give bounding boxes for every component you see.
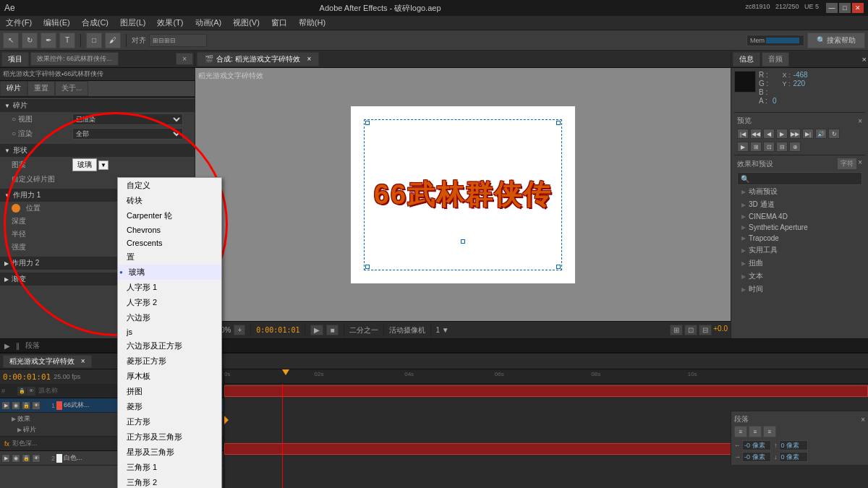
tab-about[interactable]: 关于...	[55, 81, 88, 96]
prev-step-back[interactable]: ◀	[763, 129, 775, 139]
tab-effects-control[interactable]: 效果控件: 66武林群侠传...	[30, 52, 119, 66]
tool-rotation[interactable]: ↻	[22, 33, 38, 48]
effect-animation-presets[interactable]: ▶ 动画预设	[737, 185, 862, 198]
margin-right-val[interactable]: -0 像素	[742, 452, 771, 462]
keyframe-1-end[interactable]	[224, 416, 229, 424]
close-button[interactable]: ✕	[852, 3, 864, 13]
effects-char-tab[interactable]: 字符	[838, 158, 856, 169]
dd-brick[interactable]: 砖块	[118, 193, 221, 208]
prev-first[interactable]: |◀	[737, 129, 749, 139]
timecode-display[interactable]: 0:00:01:01	[256, 326, 299, 334]
margin-left-val[interactable]: -0 像素	[742, 440, 771, 450]
dd-crescents[interactable]: Crescents	[118, 236, 221, 249]
align-left[interactable]: ≡	[734, 426, 747, 437]
layer-lock-2[interactable]: 🔒	[22, 454, 30, 463]
tab-comp-main[interactable]: 🎬 合成: 稻光游戏文字碎特效 ×	[197, 52, 319, 67]
effect-3d-channel[interactable]: ▶ 3D 通道	[737, 198, 862, 211]
dd-tri2[interactable]: 三角形 2	[118, 475, 221, 488]
dd-custom[interactable]: 自定义	[118, 178, 221, 193]
prev-step-fwd[interactable]: ▶▶	[789, 129, 801, 139]
prev-fps[interactable]: ▶	[737, 142, 749, 152]
layer-solo-2[interactable]: ◉	[12, 454, 20, 463]
pattern-value[interactable]: 玻璃	[72, 158, 97, 171]
comp-tab-close[interactable]: ×	[307, 55, 312, 63]
dd-herringbone2[interactable]: 人字形 2	[118, 295, 221, 310]
play-button[interactable]: ▶	[310, 325, 323, 335]
fx-label[interactable]: fx	[4, 440, 9, 448]
right-panel-close[interactable]: ×	[862, 55, 867, 64]
viewer-btn-1[interactable]: ⊞	[670, 325, 683, 335]
prev-opt3[interactable]: ⊟	[776, 142, 788, 152]
prop-header-shatter[interactable]: 碎片	[0, 99, 195, 112]
prop-header-shape[interactable]: 形状	[0, 144, 195, 157]
dd-carpenter[interactable]: Carpenter 轮	[118, 208, 221, 223]
layer-expand-2[interactable]: ▶	[1, 454, 10, 463]
status-play[interactable]: ▶	[4, 342, 10, 350]
pattern-dropdown-btn[interactable]: ▼	[98, 160, 109, 170]
dd-chevrons[interactable]: Chevrons	[118, 223, 221, 236]
effects-search-input[interactable]	[737, 172, 862, 185]
menu-edit[interactable]: 编辑(E)	[41, 17, 73, 28]
tab-close[interactable]: ×	[176, 53, 193, 65]
effect-utility[interactable]: ▶ 实用工具	[737, 244, 862, 257]
minimize-button[interactable]: —	[826, 3, 838, 13]
effect-cinema4d[interactable]: ▶ CINEMA 4D	[737, 211, 862, 222]
preview-close[interactable]: ×	[858, 117, 862, 125]
prev-opt2[interactable]: ⊡	[763, 142, 775, 152]
search-button[interactable]: 🔍 搜索帮助	[807, 33, 865, 48]
tl-tab-close[interactable]: ×	[81, 357, 85, 365]
dd-star-tri[interactable]: 星形及三角形	[118, 445, 221, 460]
menu-animation[interactable]: 动画(A)	[192, 17, 225, 28]
prev-back[interactable]: ◀◀	[750, 129, 762, 139]
menu-layer[interactable]: 图层(L)	[117, 17, 148, 28]
dd-sq-tri[interactable]: 正方形及三角形	[118, 429, 221, 445]
effect-distort[interactable]: ▶ 扭曲	[737, 257, 862, 270]
tool-select[interactable]: ↖	[3, 33, 19, 48]
status-pause[interactable]: ∥	[16, 342, 20, 350]
dd-puzzle[interactable]: 拼图	[118, 384, 221, 399]
menu-composition[interactable]: 合成(C)	[79, 17, 111, 28]
effect-text[interactable]: ▶ 文本	[737, 270, 862, 283]
dd-square[interactable]: 正方形	[118, 414, 221, 429]
dd-place[interactable]: 置	[118, 249, 221, 265]
tab-shatter[interactable]: 碎片	[0, 81, 27, 96]
breadcrumb-comp[interactable]: 稻光游戏文字碎特效	[3, 69, 61, 79]
dd-herringbone1[interactable]: 人字形 1	[118, 280, 221, 295]
viewer-btn-3[interactable]: ⊟	[699, 325, 712, 335]
resolution-label[interactable]: 二分之一	[349, 325, 378, 335]
render-select[interactable]: 全部	[72, 128, 183, 140]
dd-js[interactable]: js	[118, 325, 221, 338]
layer-vis-1[interactable]: 👁	[32, 401, 41, 410]
tool-pen[interactable]: ✒	[41, 33, 56, 48]
tab-reset[interactable]: 重置	[27, 81, 55, 96]
timeline-bar-layer1[interactable]	[224, 385, 868, 397]
stop-button[interactable]: ■	[326, 325, 338, 335]
dd-tri1[interactable]: 三角形 1	[118, 460, 221, 475]
menu-view[interactable]: 视图(V)	[230, 17, 263, 28]
space-after-val[interactable]: 0 像素	[779, 452, 808, 462]
effect-time[interactable]: ▶ 时间	[737, 283, 862, 296]
viewer-btn-2[interactable]: ⊡	[684, 325, 697, 335]
timeline-tab-main[interactable]: 稻光游戏文字碎特效 ×	[3, 355, 92, 368]
tl-timecode-display[interactable]: 0:00:01:01	[3, 372, 51, 382]
prev-audio[interactable]: 🔊	[815, 129, 827, 139]
menu-help[interactable]: 帮助(H)	[296, 17, 328, 28]
layer-solo-1[interactable]: ◉	[12, 401, 20, 410]
view-select[interactable]: 已渲染	[72, 114, 183, 125]
effect-synthetic-aperture[interactable]: ▶ Synthetic Aperture	[737, 222, 862, 233]
comp-viewer[interactable]: 稻光游戏文字碎特效 66武林群侠传	[195, 68, 731, 321]
zoom-in-button[interactable]: +	[234, 325, 245, 335]
maximize-button[interactable]: □	[839, 3, 851, 13]
tool-brush[interactable]: 🖌	[105, 33, 121, 48]
layer-vis-2[interactable]: 👁	[32, 454, 41, 463]
prev-loop[interactable]: ↻	[828, 129, 840, 139]
tab-project[interactable]: 项目	[1, 52, 29, 67]
menu-effects[interactable]: 效果(T)	[154, 17, 186, 28]
effects-close[interactable]: ×	[858, 158, 862, 169]
breadcrumb-layer[interactable]: 66武林群侠传	[64, 69, 103, 79]
align-right[interactable]: ≡	[763, 426, 776, 437]
tab-audio[interactable]: 音频	[762, 52, 789, 67]
dd-hexagon[interactable]: 六边形	[118, 310, 221, 325]
paragraph-close[interactable]: ×	[861, 416, 865, 424]
tool-shape[interactable]: □	[86, 33, 102, 48]
